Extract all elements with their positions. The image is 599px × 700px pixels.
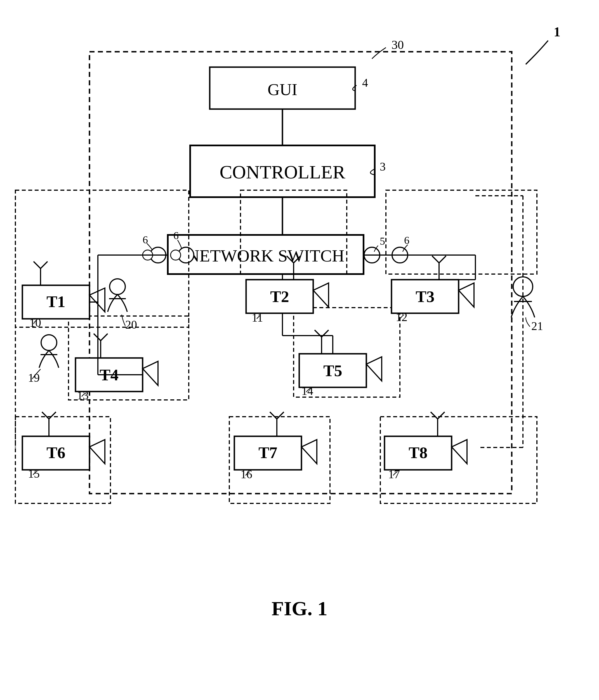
t4-camera-lens	[143, 361, 158, 385]
diagram-container: 1 30 GUI 4 CONTROLLER 3 NETWORK SWITCH 6	[0, 0, 599, 700]
t3-label: T3	[416, 288, 434, 306]
t8-antenna-r	[438, 412, 445, 419]
ref-6-right: 6	[404, 234, 409, 246]
ref-5: 5	[380, 235, 385, 247]
ref-20: 20	[125, 318, 137, 331]
person1-head	[109, 279, 125, 295]
t1-antenna-l	[33, 261, 41, 269]
t1-antenna-r	[41, 261, 48, 269]
t7-label: T7	[258, 444, 277, 462]
person1-body	[108, 295, 127, 312]
t2-camera-lens	[313, 283, 329, 307]
ref-21: 21	[531, 320, 543, 332]
t7-antenna-r	[277, 412, 284, 419]
ref-6-left-arrow	[147, 243, 152, 250]
ref-4: 4	[362, 76, 368, 89]
t6-antenna-l	[42, 412, 49, 419]
figure-label: FIG. 1	[272, 597, 327, 620]
network-switch-label: NETWORK SWITCH	[187, 246, 344, 265]
t4-antenna-r	[101, 334, 108, 341]
t4-antenna-l	[94, 334, 101, 341]
t1-camera-lens	[90, 288, 105, 312]
t5-label: T5	[323, 361, 342, 380]
group-t3	[386, 190, 537, 274]
ref-30-arrow	[372, 48, 386, 59]
t3-antenna-l	[432, 256, 439, 263]
t1-label: T1	[46, 293, 66, 311]
t8-antenna-l	[431, 412, 438, 419]
t7-camera-lens	[301, 440, 317, 464]
t6-antenna-r	[49, 412, 56, 419]
t6-label: T6	[46, 444, 66, 462]
t5-camera-lens	[366, 357, 382, 381]
t8-label: T8	[408, 444, 428, 462]
ref-19: 19	[28, 371, 40, 384]
t7-antenna-l	[270, 412, 277, 419]
controller-label: CONTROLLER	[220, 161, 345, 183]
ref-6-center: 6	[173, 230, 179, 241]
ref-1-line	[526, 59, 531, 64]
ref-1: 1	[554, 24, 560, 39]
t8-camera-lens	[452, 440, 467, 464]
ref-21-arrow	[526, 318, 530, 327]
gui-label: GUI	[268, 80, 298, 99]
port-center-left-2	[171, 250, 181, 260]
person2-body	[39, 350, 59, 368]
person2-head	[41, 335, 57, 350]
ref-10: 10	[29, 316, 41, 329]
t3-camera-lens	[458, 283, 474, 307]
t6-camera-lens	[90, 440, 105, 464]
t2-label: T2	[270, 288, 289, 306]
ref-1-arrow	[531, 41, 548, 59]
ref-3: 3	[380, 160, 385, 173]
t3-antenna-r	[439, 256, 446, 263]
ref-30: 30	[392, 38, 404, 52]
